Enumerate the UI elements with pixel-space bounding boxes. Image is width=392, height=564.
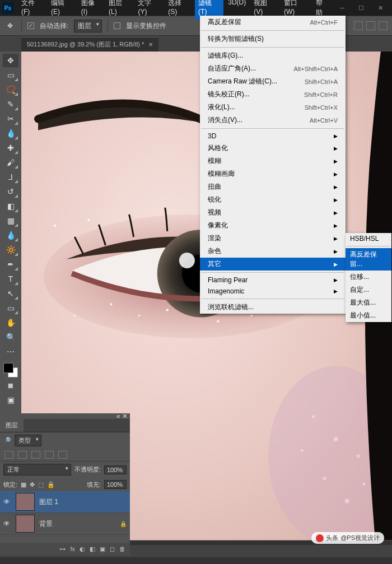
lock-pixels-icon[interactable]: ▦ [21, 481, 26, 488]
panel-collapse-icon[interactable]: « [116, 412, 120, 420]
filter-menu-item[interactable]: 滤镜库(G)... [200, 49, 346, 62]
filter-menu-item[interactable]: 渲染▶ [200, 232, 346, 245]
filter-menu-item[interactable]: Camera Raw 滤镜(C)...Shift+Ctrl+A [200, 75, 346, 88]
submenu-item[interactable]: 最小值... [346, 309, 391, 322]
healing-tool-icon[interactable]: ✚ [3, 141, 18, 155]
layer-mask-icon[interactable]: ◐ [80, 546, 85, 553]
auto-select-checkbox[interactable]: ✓ [27, 22, 34, 29]
align-icon[interactable] [354, 21, 363, 30]
tab-close-icon[interactable]: ✕ [148, 41, 153, 48]
zoom-tool-icon[interactable]: 🔍 [3, 330, 18, 344]
submenu-item[interactable]: 最大值... [346, 296, 391, 309]
filter-menu-item[interactable]: 转换为智能滤镜(S) [200, 32, 346, 45]
auto-select-target-dropdown[interactable]: 图层 [74, 20, 102, 32]
filter-menu-item[interactable]: Imagenomic▶ [200, 286, 346, 297]
filter-menu-item[interactable]: 其它▶ [200, 258, 346, 271]
crop-tool-icon[interactable]: ✂ [3, 112, 18, 125]
filter-menu-item[interactable]: 视频▶ [200, 206, 346, 219]
adjustment-layer-icon[interactable]: ◧ [90, 546, 95, 553]
menu-image[interactable]: 图像(I) [78, 0, 104, 20]
shape-tool-icon[interactable]: ▭ [3, 301, 18, 315]
filter-smart-icon[interactable] [58, 451, 67, 459]
quickmask-icon[interactable]: ◙ [3, 379, 18, 392]
filter-menu-item[interactable]: 消失点(V)...Alt+Ctrl+V [200, 114, 346, 127]
submenu-item[interactable]: 高反差保留... [346, 248, 391, 271]
filter-menu-item[interactable]: 浏览联机滤镜... [200, 301, 346, 314]
visibility-eye-icon[interactable]: 👁 [3, 498, 11, 506]
filter-menu-item[interactable]: 自适应广角(A)...Alt+Shift+Ctrl+A [200, 62, 346, 75]
search-icon[interactable]: 🔎 [3, 437, 11, 444]
filter-menu-item[interactable]: 高反差保留Alt+Ctrl+F [200, 16, 346, 29]
pen-tool-icon[interactable]: ✒ [3, 258, 18, 271]
filter-menu-item[interactable]: 锐化▶ [200, 193, 346, 206]
layers-tab[interactable]: 图层 [0, 419, 24, 432]
lock-all-icon[interactable]: 🔒 [47, 481, 55, 488]
fill-input[interactable]: 100% [104, 480, 127, 489]
filter-menu-item[interactable]: 模糊画廊▶ [200, 167, 346, 180]
filter-menu-item[interactable]: 液化(L)...Shift+Ctrl+X [200, 101, 346, 114]
filter-menu-item[interactable]: 风格化▶ [200, 142, 346, 155]
filter-adjust-icon[interactable] [18, 451, 27, 459]
filter-menu-item[interactable]: 3D▶ [200, 130, 346, 142]
edit-toolbar-icon[interactable]: ⋯ [3, 345, 18, 358]
lock-position-icon[interactable]: ✥ [30, 481, 35, 488]
filter-menu-item[interactable]: 扭曲▶ [200, 180, 346, 193]
filter-menu-item[interactable]: Flaming Pear▶ [200, 274, 346, 286]
layer-filter-type-dropdown[interactable]: 类型 [15, 435, 41, 446]
menu-type[interactable]: 文字(Y) [134, 0, 164, 20]
group-icon[interactable]: ▣ [100, 546, 105, 553]
history-brush-tool-icon[interactable]: ↺ [3, 185, 18, 198]
align-icon[interactable] [366, 21, 375, 30]
dodge-tool-icon[interactable]: 🔆 [3, 243, 18, 257]
path-select-tool-icon[interactable]: ↖ [3, 287, 18, 300]
lasso-tool-icon[interactable]: 📿 [3, 83, 18, 96]
layer-row[interactable]: 👁图层 1 [0, 491, 130, 513]
layer-row[interactable]: 👁背景🔒 [0, 513, 130, 535]
align-icon[interactable] [379, 21, 388, 30]
layer-thumbnail[interactable] [16, 493, 35, 511]
link-layers-icon[interactable]: ⊶ [59, 546, 66, 553]
filter-menu-item[interactable]: 镜头校正(R)...Shift+Ctrl+R [200, 88, 346, 101]
marquee-tool-icon[interactable]: ▭ [3, 68, 18, 82]
gradient-tool-icon[interactable]: ▦ [3, 214, 18, 227]
submenu-item[interactable]: 位移... [346, 271, 391, 283]
foreground-swatch[interactable] [3, 363, 13, 373]
filter-type-icon[interactable] [31, 451, 40, 459]
blur-tool-icon[interactable]: 💧 [3, 229, 18, 242]
active-tool-icon[interactable]: ✥ [4, 20, 16, 31]
brush-tool-icon[interactable]: 🖌 [3, 156, 18, 169]
eyedropper-tool-icon[interactable]: 💧 [3, 127, 18, 140]
stamp-tool-icon[interactable]: ⅃ [3, 170, 18, 184]
show-transform-checkbox[interactable] [114, 22, 120, 29]
eraser-tool-icon[interactable]: ◧ [3, 199, 18, 213]
close-button[interactable]: ✕ [371, 2, 390, 14]
submenu-item[interactable]: 自定... [346, 283, 391, 296]
panel-close-icon[interactable]: ✕ [122, 412, 128, 420]
hand-tool-icon[interactable]: ✋ [3, 316, 18, 329]
menu-layer[interactable]: 图层(L) [105, 0, 133, 20]
move-tool-icon[interactable]: ✥ [3, 54, 18, 67]
layer-fx-icon[interactable]: fx [70, 546, 75, 553]
type-tool-icon[interactable]: T [3, 272, 18, 286]
document-tab[interactable]: 501136892.jpg @ 39.2% (图层 1, RGB/8) * ✕ [21, 37, 158, 52]
maximize-button[interactable]: ☐ [352, 2, 371, 14]
submenu-item[interactable]: HSB/HSL [346, 233, 391, 244]
visibility-eye-icon[interactable]: 👁 [3, 520, 11, 528]
delete-layer-icon[interactable]: 🗑 [119, 546, 125, 553]
menu-select[interactable]: 选择(S) [165, 0, 194, 20]
filter-menu-item[interactable]: 像素化▶ [200, 219, 346, 232]
new-layer-icon[interactable]: ◻ [110, 546, 115, 553]
filter-shape-icon[interactable] [45, 451, 54, 459]
color-swatches[interactable] [3, 363, 18, 377]
filter-pixel-icon[interactable] [4, 451, 13, 459]
menu-file[interactable]: 文件(F) [18, 0, 46, 20]
layer-thumbnail[interactable] [16, 515, 35, 533]
filter-menu-item[interactable]: 模糊▶ [200, 155, 346, 167]
filter-menu-item[interactable]: 杂色▶ [200, 245, 346, 258]
minimize-button[interactable]: ─ [333, 2, 352, 14]
screenmode-icon[interactable]: ▣ [3, 393, 18, 407]
lock-artboard-icon[interactable]: ⬚ [38, 481, 44, 488]
menu-edit[interactable]: 编辑(E) [48, 0, 77, 20]
opacity-input[interactable]: 100% [104, 465, 127, 474]
quick-select-tool-icon[interactable]: ✎ [3, 97, 18, 111]
